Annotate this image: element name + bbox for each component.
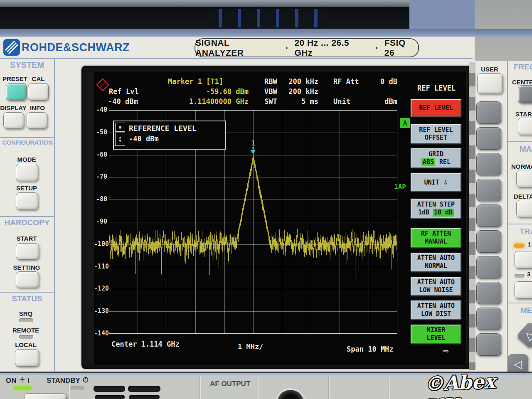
local-button[interactable] bbox=[15, 349, 39, 367]
softkey-line: ATTEN AUTO bbox=[417, 254, 455, 262]
hardcopy-setting-button[interactable] bbox=[16, 271, 39, 288]
softkey-button-5[interactable] bbox=[476, 204, 501, 227]
y-axis-tick: -110 bbox=[94, 263, 107, 270]
dialog-spinner-icon[interactable]: ▲ ▼ bbox=[115, 133, 125, 146]
softkey-atten-auto-low-noise[interactable]: ATTEN AUTO LOW NOISE bbox=[411, 277, 461, 296]
atten-1db-option: 1dB bbox=[418, 209, 429, 217]
center-button[interactable] bbox=[518, 85, 532, 103]
softkey-unit[interactable]: UNIT ⇩ bbox=[411, 173, 461, 192]
softkey-rf-atten-manual[interactable]: RF ATTEN MANUAL bbox=[411, 228, 461, 248]
normal-button[interactable] bbox=[516, 170, 532, 187]
swt-label: SWT bbox=[264, 97, 277, 106]
atten-10db-option: 10 dB bbox=[433, 209, 454, 217]
softkey-line: LOW NOISE bbox=[419, 286, 453, 294]
delta-button[interactable] bbox=[516, 200, 532, 217]
on-label: ON bbox=[6, 377, 17, 385]
reference-level-dialog[interactable]: ■ ▲ ▼ REFERENCE LEVEL -40 dBm bbox=[113, 121, 226, 150]
softkey-button-6[interactable] bbox=[476, 230, 501, 253]
setup-label: SETUP bbox=[13, 185, 40, 192]
trace3-led bbox=[515, 274, 525, 278]
square-icon: ■ bbox=[119, 126, 121, 129]
softkey-ref-level[interactable]: REF LEVEL bbox=[411, 99, 461, 117]
rf-att-value: 0 dB bbox=[356, 77, 397, 86]
section-title-menu: MEN bbox=[520, 306, 532, 315]
badge-product: SIGNAL ANALYZER bbox=[195, 38, 280, 58]
softkey-ref-level-offset[interactable]: REF LEVEL OFFSET bbox=[411, 124, 461, 144]
info-label: INFO bbox=[27, 104, 48, 111]
softkey-button-3[interactable] bbox=[476, 153, 501, 175]
softkey-atten-auto-normal[interactable]: ATTEN AUTO NORMAL bbox=[411, 253, 461, 272]
softkey-button-10[interactable] bbox=[476, 333, 501, 356]
trace1-led bbox=[514, 244, 525, 248]
softkey-button-4[interactable] bbox=[476, 179, 501, 201]
softkey-button-8[interactable] bbox=[476, 282, 501, 304]
softkey-line: MIXER bbox=[426, 326, 445, 334]
softkey-line: LOW DIST bbox=[421, 310, 451, 318]
power-icon bbox=[82, 376, 89, 383]
rack-vent-slots bbox=[208, 9, 328, 27]
preset-button[interactable] bbox=[6, 83, 27, 101]
watermark: ©Abex UK bbox=[424, 369, 532, 399]
section-divider bbox=[0, 216, 54, 217]
section-divider bbox=[507, 224, 532, 224]
bezel-edge-trim bbox=[469, 62, 475, 370]
ref-lvl-value: -40 dBm bbox=[108, 97, 138, 106]
y-axis-tick: -120 bbox=[94, 285, 107, 292]
cal-button[interactable] bbox=[28, 83, 49, 101]
more-menu-arrow-icon[interactable]: ⇨ bbox=[443, 347, 449, 355]
trace-mode-badge: A bbox=[400, 118, 410, 128]
vent-slot bbox=[128, 386, 160, 392]
trace3-button[interactable] bbox=[515, 281, 532, 299]
trace3-label: 3 bbox=[527, 271, 530, 278]
panel-groove bbox=[328, 377, 330, 399]
detector-badge: 1AP bbox=[394, 183, 406, 191]
start-button[interactable] bbox=[518, 118, 532, 135]
power-button[interactable] bbox=[24, 393, 66, 399]
softkey-grid-abs-rel[interactable]: GRID ABS REL bbox=[411, 148, 461, 168]
info-button[interactable] bbox=[27, 112, 47, 129]
trace1-label: 1 bbox=[528, 241, 531, 248]
softkey-button-7[interactable] bbox=[476, 256, 501, 278]
menu-left-arrow-icon: ◁ bbox=[514, 358, 522, 371]
softkey-button-9[interactable] bbox=[476, 308, 501, 330]
trace-mode-label: A bbox=[403, 119, 407, 127]
softkey-line: GRID bbox=[429, 150, 443, 158]
badge-range: 20 Hz ... 26.5 GHz bbox=[294, 38, 369, 58]
softkey-atten-step[interactable]: ATTEN STEP 1dB 10 dB bbox=[411, 199, 461, 219]
swt-value: 5 ms bbox=[277, 97, 318, 106]
softkey-button-1[interactable] bbox=[476, 101, 501, 124]
cal-label: CAL bbox=[28, 75, 48, 82]
center-label: CENTER bbox=[512, 79, 532, 86]
dialog-field-icon: ■ bbox=[115, 123, 125, 132]
softkey-line: REF LEVEL bbox=[419, 126, 453, 134]
menu-up-button[interactable]: ◁ bbox=[516, 321, 532, 349]
center-freq-label: Center 1.114 GHz bbox=[111, 340, 180, 348]
user-button[interactable] bbox=[477, 73, 503, 94]
section-title-system: SYSTEM bbox=[0, 60, 54, 70]
mode-label: MODE bbox=[13, 156, 40, 163]
softkey-line: ATTEN AUTO bbox=[417, 302, 455, 310]
softkey-menu-title: REF LEVEL bbox=[417, 84, 456, 92]
section-divider bbox=[0, 137, 54, 138]
softkey-atten-auto-low-dist[interactable]: ATTEN AUTO LOW DIST bbox=[411, 300, 461, 320]
softkey-button-2[interactable] bbox=[476, 127, 501, 150]
delta-label: DELTA bbox=[514, 193, 532, 200]
badge-sep2: · bbox=[375, 43, 379, 53]
display-button[interactable] bbox=[3, 112, 24, 129]
vent-slot bbox=[94, 386, 125, 392]
y-axis-tick: -100 bbox=[94, 240, 107, 248]
header-divider bbox=[0, 58, 473, 59]
ref-lvl-label: Ref Lvl bbox=[109, 87, 139, 96]
softkey-line: MANUAL bbox=[425, 238, 447, 246]
softkey-mixer-level[interactable]: MIXER LEVEL bbox=[411, 325, 461, 344]
section-title-trace: TRA bbox=[520, 227, 532, 236]
mode-button[interactable] bbox=[16, 164, 38, 181]
menu-up-arrow-icon: ◁ bbox=[522, 328, 532, 342]
trace1-button[interactable] bbox=[515, 251, 532, 268]
start-label: START bbox=[515, 111, 532, 118]
hardcopy-start-button[interactable] bbox=[16, 243, 39, 260]
badge-sep: · bbox=[286, 43, 289, 53]
dialog-value[interactable]: -40 dBm bbox=[129, 135, 159, 143]
setup-button[interactable] bbox=[16, 192, 38, 210]
srq-label: SRQ bbox=[12, 310, 39, 317]
